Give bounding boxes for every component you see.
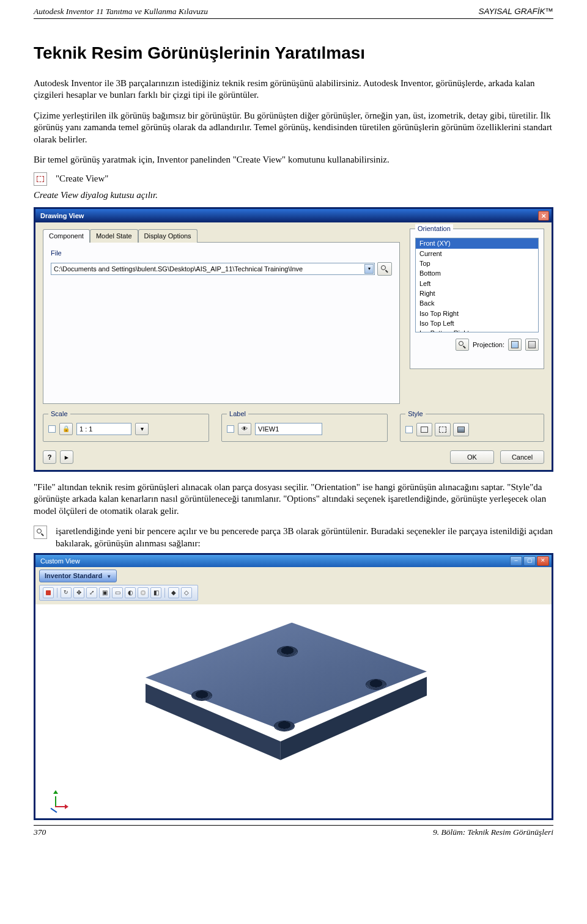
file-path-value: C:\Documents and Settings\bulent.SG\Desk…	[54, 265, 303, 273]
scale-dropdown-icon[interactable]: ▾	[135, 423, 149, 435]
zoom-all-icon: ▣	[102, 588, 108, 596]
shaded-button[interactable]: ◆	[168, 587, 179, 598]
help-button[interactable]: ?	[43, 450, 56, 464]
create-view-icon	[34, 172, 47, 186]
custom-view-toolbar: ↻ ✥ ⤢ ▣ ▭ ◐ ◧ ◆ ◇	[39, 585, 198, 601]
browse-button[interactable]	[377, 262, 392, 276]
orientation-item[interactable]: Left	[416, 279, 538, 288]
close-icon[interactable]: ✕	[538, 211, 549, 221]
create-view-icon-row: "Create View"	[34, 172, 553, 186]
dialog-titlebar[interactable]: Drawing View ✕	[35, 209, 552, 222]
orientation-item[interactable]: Iso Top Left	[416, 318, 538, 328]
cube-icon	[439, 427, 446, 433]
hole-icon	[274, 721, 295, 732]
maximize-icon[interactable]: ▢	[523, 556, 536, 566]
custom-view-button[interactable]	[456, 339, 469, 351]
zoom-selected-button[interactable]: ◐	[125, 587, 136, 598]
label-visibility-icon[interactable]: 👁	[238, 423, 251, 435]
custom-view-icon-row: işaretlendiğinde yeni bir pencere açılır…	[34, 526, 553, 549]
ok-button[interactable]: OK	[450, 450, 494, 464]
file-path-dropdown[interactable]: C:\Documents and Settings\bulent.SG\Desk…	[51, 263, 375, 275]
dashed-rect-icon	[37, 176, 44, 182]
look-at-button[interactable]: ◧	[150, 587, 161, 598]
part-model	[146, 623, 439, 806]
ribbon-tab-standard[interactable]: Inventor Standard ▼	[39, 570, 117, 582]
footer-section: 9. Bölüm: Teknik Resim Görünüşleri	[433, 827, 553, 838]
orientation-item[interactable]: Top	[416, 258, 538, 268]
orientation-label: Orientation	[415, 224, 453, 233]
projection-icon	[511, 341, 519, 348]
pan-icon: ✥	[76, 588, 81, 596]
after-create-view-text: Create View diyalog kutusu açılır.	[34, 190, 158, 200]
orbit-button[interactable]	[138, 587, 149, 598]
zoom-window-button[interactable]: ▭	[112, 587, 123, 598]
orientation-listbox[interactable]: Front (XY) Current Top Bottom Left Right…	[415, 238, 539, 332]
tab-panel-component: File C:\Documents and Settings\bulent.SG…	[43, 242, 400, 404]
after-create-view: Create View diyalog kutusu açılır.	[34, 189, 553, 202]
scale-lock-icon[interactable]: 🔒	[59, 423, 73, 435]
orientation-item[interactable]: Front (XY)	[416, 238, 538, 248]
search-icon	[381, 265, 388, 273]
projection-icon	[528, 341, 536, 348]
intro-para-1: Autodesk Inventor ile 3B parçalarınızın …	[34, 78, 553, 101]
wireframe-button[interactable]: ◇	[181, 587, 192, 598]
orientation-item[interactable]: Bottom	[416, 268, 538, 278]
red-square-icon	[46, 590, 51, 595]
style-group: Style	[400, 414, 544, 442]
custom-view-canvas[interactable]	[35, 604, 552, 818]
label-checkbox[interactable]	[227, 425, 234, 433]
chevron-down-icon[interactable]: ▾	[364, 264, 374, 274]
orientation-item[interactable]: Right	[416, 288, 538, 298]
style-hidden-off-button[interactable]	[435, 423, 451, 436]
scale-checkbox[interactable]	[48, 425, 56, 433]
drawing-view-dialog: Drawing View ✕ Component Model State Dis…	[34, 207, 553, 471]
zoom-button[interactable]: ⤢	[86, 587, 97, 598]
exit-button[interactable]	[43, 587, 54, 598]
header-divider	[34, 18, 553, 19]
orientation-item[interactable]: Back	[416, 298, 538, 308]
orientation-item[interactable]: Current	[416, 249, 538, 258]
create-view-label: "Create View"	[56, 173, 108, 185]
label-label: Label	[227, 409, 248, 418]
hole-icon	[366, 679, 386, 690]
explain-para-1: "File" altından teknik resim görünüşleri…	[34, 482, 553, 518]
scale-label: Scale	[48, 409, 70, 418]
axis-gizmo-icon	[45, 790, 66, 811]
label-input[interactable]	[255, 423, 322, 435]
cube-icon	[421, 427, 428, 433]
custom-view-toolbar-area: Inventor Standard ▼ ↻ ✥ ⤢ ▣ ▭ ◐ ◧ ◆ ◇	[35, 567, 552, 604]
orbit-icon	[141, 590, 146, 595]
custom-view-titlebar[interactable]: Custom View – ▢ ✕	[35, 555, 552, 567]
hole-icon	[191, 690, 212, 701]
chevron-down-icon: ▼	[106, 574, 111, 579]
options-button[interactable]: ▸	[60, 450, 73, 464]
pan-button[interactable]: ✥	[73, 587, 84, 598]
tab-component[interactable]: Component	[43, 229, 90, 242]
header-right: SAYISAL GRAFİK™	[478, 6, 553, 17]
scale-input[interactable]	[76, 423, 131, 435]
close-icon[interactable]: ✕	[537, 556, 549, 566]
cube-icon	[457, 427, 465, 433]
page-title: Teknik Resim Görünüşlerinin Yaratılması	[34, 42, 553, 64]
cancel-button[interactable]: Cancel	[500, 450, 544, 464]
search-icon	[37, 529, 44, 536]
zoom-all-button[interactable]: ▣	[99, 587, 110, 598]
orientation-item[interactable]: Iso Bottom Right	[416, 328, 538, 332]
custom-view-window: Custom View – ▢ ✕ Inventor Standard ▼ ↻ …	[34, 553, 553, 820]
custom-view-title: Custom View	[40, 557, 80, 565]
separator	[57, 588, 57, 598]
separator	[164, 588, 165, 598]
style-shaded-button[interactable]	[453, 423, 469, 436]
minimize-icon[interactable]: –	[510, 556, 522, 566]
orientation-item[interactable]: Iso Top Right	[416, 309, 538, 318]
style-checkbox[interactable]	[405, 426, 413, 433]
tab-display-options[interactable]: Display Options	[138, 229, 198, 242]
zoom-selected-icon: ◐	[128, 588, 133, 596]
style-label: Style	[405, 409, 425, 418]
projection-third-angle-button[interactable]	[525, 339, 539, 351]
tab-model-state[interactable]: Model State	[90, 229, 138, 242]
projection-first-angle-button[interactable]	[508, 339, 522, 351]
rotate-button[interactable]: ↻	[61, 587, 72, 598]
look-at-icon: ◧	[153, 588, 159, 596]
style-hidden-on-button[interactable]	[416, 423, 432, 436]
